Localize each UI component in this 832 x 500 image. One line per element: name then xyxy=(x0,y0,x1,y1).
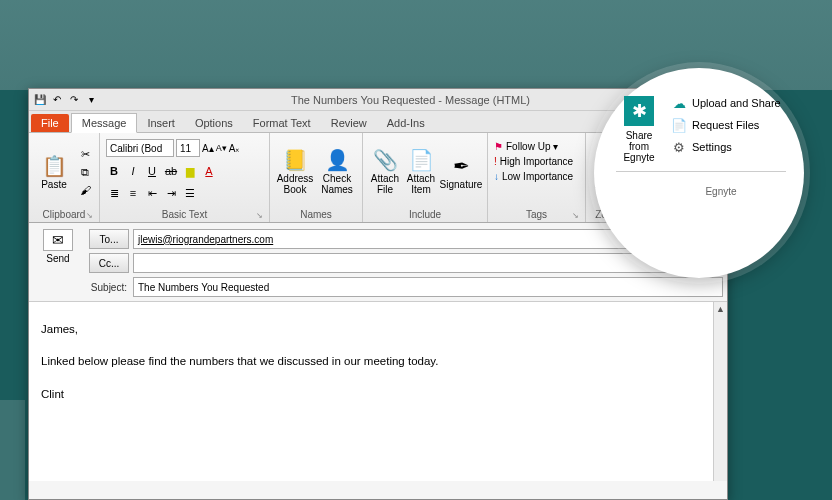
cc-button[interactable]: Cc... xyxy=(89,253,129,273)
dialog-launcher-icon[interactable]: ↘ xyxy=(256,211,263,220)
send-icon[interactable]: ✉ xyxy=(43,229,73,251)
gear-icon: ⚙ xyxy=(672,140,686,154)
format-painter-icon[interactable]: 🖌 xyxy=(77,182,93,198)
message-body[interactable]: James, Linked below please find the numb… xyxy=(29,301,727,481)
scroll-up-icon[interactable]: ▲ xyxy=(714,302,727,316)
body-line: Linked below please find the numbers tha… xyxy=(41,352,715,370)
tab-message[interactable]: Message xyxy=(71,113,138,133)
tab-options[interactable]: Options xyxy=(185,114,243,132)
tab-format-text[interactable]: Format Text xyxy=(243,114,321,132)
to-button[interactable]: To... xyxy=(89,229,129,249)
strike-icon[interactable]: ab xyxy=(163,163,179,179)
group-basic-text: Calibri (Bod 11 A▴ A▾ Aₓ B I U ab ▆ A ≣ … xyxy=(100,133,270,222)
cut-icon[interactable]: ✂ xyxy=(77,146,93,162)
bullets-icon[interactable]: ≣ xyxy=(106,185,122,201)
follow-up-button[interactable]: ⚑Follow Up ▾ xyxy=(494,141,579,152)
check-names-button[interactable]: 👤Check Names xyxy=(318,141,356,203)
qat-more-icon[interactable]: ▾ xyxy=(84,93,98,107)
bold-icon[interactable]: B xyxy=(106,163,122,179)
flag-icon: ⚑ xyxy=(494,141,503,152)
tab-review[interactable]: Review xyxy=(321,114,377,132)
attach-item-button[interactable]: 📄Attach Item xyxy=(405,141,437,203)
copy-icon[interactable]: ⧉ xyxy=(77,164,93,180)
check-names-icon: 👤 xyxy=(325,149,350,173)
exclamation-icon: ! xyxy=(494,156,497,167)
low-importance-button[interactable]: ↓Low Importance xyxy=(494,171,579,182)
tab-add-ins[interactable]: Add-Ins xyxy=(377,114,435,132)
egnyte-icon: ✱ xyxy=(624,96,654,126)
align-icon[interactable]: ☰ xyxy=(182,185,198,201)
save-icon[interactable]: 💾 xyxy=(33,93,47,107)
numbering-icon[interactable]: ≡ xyxy=(125,185,141,201)
egnyte-group-label: Egnyte xyxy=(616,186,786,197)
underline-icon[interactable]: U xyxy=(144,163,160,179)
quick-access-toolbar: 💾 ↶ ↷ ▾ xyxy=(33,93,98,107)
attach-item-icon: 📄 xyxy=(409,149,434,173)
tab-insert[interactable]: Insert xyxy=(137,114,185,132)
subject-field[interactable]: The Numbers You Requested xyxy=(133,277,723,297)
paste-button[interactable]: 📋 Paste xyxy=(35,141,73,203)
attach-file-button[interactable]: 📎Attach File xyxy=(369,141,401,203)
redo-icon[interactable]: ↷ xyxy=(67,93,81,107)
body-signoff: Clint xyxy=(41,385,715,403)
dialog-launcher-icon[interactable]: ↘ xyxy=(572,211,579,220)
address-book-button[interactable]: 📒Address Book xyxy=(276,141,314,203)
share-from-egnyte-button[interactable]: ✱ Share fromEgnyte xyxy=(616,96,662,163)
egnyte-callout: ✱ Share fromEgnyte ☁Upload and Share 📄Re… xyxy=(594,68,804,278)
group-clipboard: 📋 Paste ✂ ⧉ 🖌 Clipboard↘ xyxy=(29,133,100,222)
indent-right-icon[interactable]: ⇥ xyxy=(163,185,179,201)
group-include: 📎Attach File 📄Attach Item ✒Signature Inc… xyxy=(363,133,488,222)
document-icon: 📄 xyxy=(672,118,686,132)
dialog-launcher-icon[interactable]: ↘ xyxy=(86,211,93,220)
font-size-select[interactable]: 11 xyxy=(176,139,200,157)
body-greeting: James, xyxy=(41,320,715,338)
scrollbar[interactable]: ▲ xyxy=(713,302,727,481)
shrink-font-icon[interactable]: A▾ xyxy=(216,143,227,153)
clear-format-icon[interactable]: Aₓ xyxy=(229,143,240,154)
request-files-button[interactable]: 📄Request Files xyxy=(672,118,786,132)
down-arrow-icon: ↓ xyxy=(494,171,499,182)
paperclip-icon: 📎 xyxy=(373,149,398,173)
group-names: 📒Address Book 👤Check Names Names xyxy=(270,133,363,222)
signature-button[interactable]: ✒Signature xyxy=(441,141,481,203)
font-color-icon[interactable]: A xyxy=(201,163,217,179)
clipboard-icon: 📋 xyxy=(42,155,67,179)
high-importance-button[interactable]: !High Importance xyxy=(494,156,579,167)
upload-and-share-button[interactable]: ☁Upload and Share xyxy=(672,96,786,110)
group-tags: ⚑Follow Up ▾ !High Importance ↓Low Impor… xyxy=(488,133,586,222)
subject-label: Subject: xyxy=(89,282,129,293)
cloud-upload-icon: ☁ xyxy=(672,96,686,110)
signature-icon: ✒ xyxy=(453,155,470,179)
send-button[interactable]: Send xyxy=(46,253,69,264)
italic-icon[interactable]: I xyxy=(125,163,141,179)
indent-left-icon[interactable]: ⇤ xyxy=(144,185,160,201)
undo-icon[interactable]: ↶ xyxy=(50,93,64,107)
address-book-icon: 📒 xyxy=(283,149,308,173)
font-name-select[interactable]: Calibri (Bod xyxy=(106,139,174,157)
tab-file[interactable]: File xyxy=(31,114,69,132)
highlight-icon[interactable]: ▆ xyxy=(182,163,198,179)
settings-button[interactable]: ⚙Settings xyxy=(672,140,786,154)
grow-font-icon[interactable]: A▴ xyxy=(202,143,214,154)
